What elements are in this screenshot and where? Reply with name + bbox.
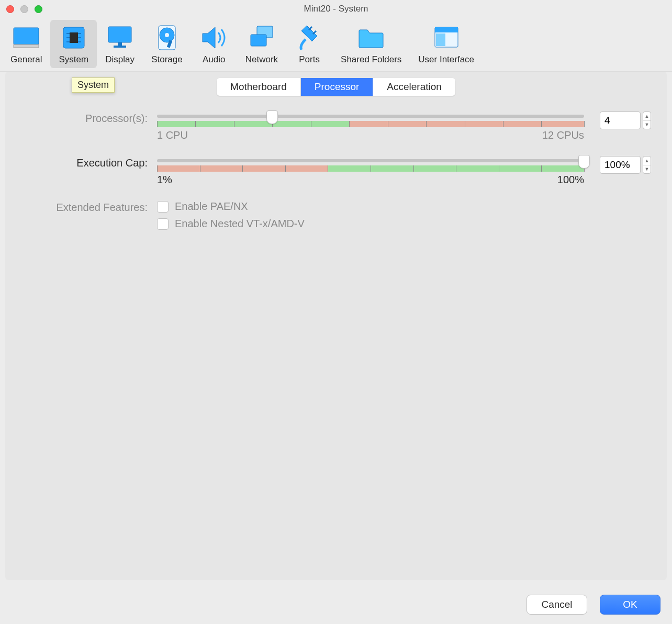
svg-line-22: [313, 31, 316, 34]
toolbar-storage[interactable]: Storage: [143, 20, 191, 68]
audio-icon: [199, 23, 229, 52]
processors-min: 1 CPU: [157, 129, 188, 141]
checkbox-nested-vtx[interactable]: [157, 218, 169, 230]
checkbox-pae-nx-line: Enable PAE/NX: [157, 200, 248, 213]
user-interface-icon: [432, 23, 461, 52]
toolbar-audio[interactable]: Audio: [191, 20, 237, 68]
svg-point-15: [165, 33, 169, 37]
toolbar-label: System: [59, 54, 88, 65]
svg-marker-20: [301, 26, 317, 41]
svg-marker-17: [203, 27, 215, 48]
toolbar-label: Display: [105, 54, 135, 65]
checkbox-pae-nx-label: Enable PAE/NX: [175, 200, 248, 213]
toolbar-general[interactable]: General: [2, 20, 50, 68]
execution-cap-label: Execution Cap:: [21, 156, 157, 169]
svg-rect-1: [14, 44, 39, 48]
ok-button[interactable]: OK: [600, 595, 660, 615]
processors-slider[interactable]: [157, 112, 584, 127]
network-icon: [247, 23, 276, 52]
processors-label: Processor(s):: [21, 112, 157, 125]
content-panel: Motherboard Processor Acceleration Proce…: [5, 72, 667, 580]
execution-cap-thumb[interactable]: [578, 155, 590, 169]
toolbar-label: General: [10, 54, 42, 65]
ports-icon: [295, 23, 324, 52]
execution-cap-stepper[interactable]: ▲ ▼: [643, 156, 651, 174]
svg-rect-25: [436, 34, 445, 46]
toolbar-ports[interactable]: Ports: [286, 20, 332, 68]
toolbar-network[interactable]: Network: [237, 20, 286, 68]
row-execution-cap: Execution Cap:: [21, 156, 651, 186]
general-icon: [12, 23, 41, 52]
svg-rect-0: [14, 28, 39, 44]
toolbar-display[interactable]: Display: [97, 20, 143, 68]
toolbar-label: Network: [245, 54, 278, 65]
execution-cap-min: 1%: [157, 174, 172, 186]
svg-rect-10: [108, 27, 131, 42]
toolbar-label: Shared Folders: [341, 54, 401, 65]
processors-step-down[interactable]: ▼: [643, 121, 651, 129]
window-title: Mint20 - System: [0, 4, 672, 14]
content-wrap: Motherboard Processor Acceleration Proce…: [0, 72, 672, 585]
svg-line-21: [309, 27, 312, 30]
execution-cap-step-up[interactable]: ▲: [643, 157, 651, 165]
svg-rect-24: [435, 27, 458, 32]
checkbox-pae-nx[interactable]: [157, 201, 169, 213]
settings-window: Mint20 - System General System Display: [0, 0, 672, 624]
execution-cap-step-down[interactable]: ▼: [643, 165, 651, 174]
svg-rect-11: [118, 42, 122, 46]
category-toolbar: General System Display Storage Audio: [0, 18, 672, 72]
tab-processor[interactable]: Processor: [301, 78, 374, 96]
checkbox-nested-line: Enable Nested VT-x/AMD-V: [157, 218, 305, 230]
processors-max: 12 CPUs: [542, 129, 584, 141]
toolbar-shared-folders[interactable]: Shared Folders: [332, 20, 410, 68]
system-icon: [59, 23, 88, 52]
processors-stepper[interactable]: ▲ ▼: [643, 112, 651, 129]
toolbar-system[interactable]: System: [50, 20, 97, 68]
toolbar-label: Audio: [203, 54, 225, 65]
system-tabs: Motherboard Processor Acceleration: [217, 78, 455, 96]
extended-features-label: Extended Features:: [21, 200, 157, 214]
titlebar: Mint20 - System: [0, 0, 672, 18]
tab-motherboard[interactable]: Motherboard: [217, 78, 301, 96]
display-icon: [105, 23, 135, 52]
toolbar-label: User Interface: [418, 54, 474, 65]
tooltip: System: [72, 77, 115, 93]
svg-rect-3: [70, 32, 78, 43]
storage-icon: [152, 23, 182, 52]
tab-acceleration[interactable]: Acceleration: [373, 78, 455, 96]
dialog-footer: Cancel OK: [0, 585, 672, 624]
checkbox-nested-vtx-label: Enable Nested VT-x/AMD-V: [175, 218, 305, 230]
toolbar-label: Ports: [299, 54, 320, 65]
processors-input[interactable]: [600, 112, 641, 129]
svg-rect-19: [251, 35, 266, 46]
cancel-button[interactable]: Cancel: [527, 595, 587, 615]
execution-cap-input[interactable]: [600, 156, 641, 174]
execution-cap-max: 100%: [557, 174, 584, 186]
shared-folders-icon: [356, 23, 386, 52]
row-processors: Processor(s):: [21, 112, 651, 141]
processors-step-up[interactable]: ▲: [643, 112, 651, 121]
toolbar-label: Storage: [151, 54, 183, 65]
svg-rect-12: [114, 46, 126, 48]
toolbar-user-interface[interactable]: User Interface: [410, 20, 483, 68]
execution-cap-slider[interactable]: [157, 156, 584, 172]
processors-thumb[interactable]: [266, 110, 278, 124]
row-extended-features: Extended Features: Enable PAE/NX Enable …: [21, 200, 651, 235]
